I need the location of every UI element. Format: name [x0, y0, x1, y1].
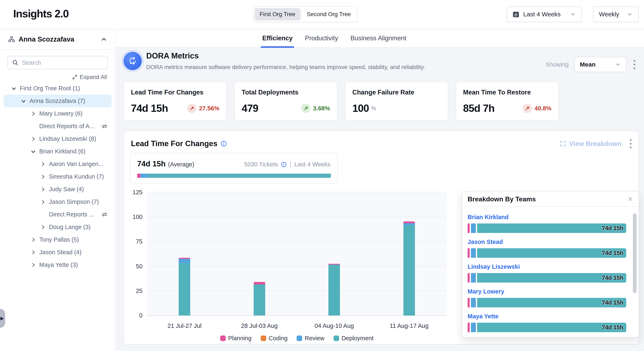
summary-ticket-count: 5030 Tickets: [244, 161, 278, 168]
tree-item[interactable]: Sireesha Kunduri (7): [4, 170, 112, 183]
search-input[interactable]: [22, 59, 103, 66]
granularity-select[interactable]: Weekly: [593, 7, 639, 22]
org-toggle-second[interactable]: Second Org Tree: [302, 8, 356, 21]
breakdown-team-link[interactable]: Mary Lowery: [468, 288, 504, 295]
breakdown-row: Mary Lowery74d 15h: [468, 288, 626, 307]
breakdown-team-link[interactable]: Brian Kirkland: [468, 214, 508, 221]
gridline: [147, 241, 446, 241]
legend-item-deployment[interactable]: Deployment: [334, 335, 374, 342]
metric-cards: Lead Time For Changes74d 15h↗27.56%Total…: [124, 82, 559, 121]
chevron-right-icon[interactable]: [40, 187, 49, 192]
legend-item-review[interactable]: Review: [296, 335, 324, 342]
filter-icon[interactable]: [101, 123, 108, 130]
trend-badge: ↗3.68%: [301, 104, 330, 113]
tree-item[interactable]: Anna Scozzafava (7): [4, 95, 112, 107]
tree-item[interactable]: Direct Reports of A...: [4, 120, 112, 133]
tree-item[interactable]: Judy Saw (4): [4, 183, 112, 196]
sidebar-edge-toggle[interactable]: ▶: [0, 309, 5, 328]
chevron-right-icon[interactable]: [30, 262, 39, 268]
bar-segment-review: [471, 298, 476, 307]
breakdown-scrollbar[interactable]: [633, 213, 636, 317]
scrollbar-thumb[interactable]: [633, 213, 636, 293]
chevron-right-icon[interactable]: [40, 199, 49, 205]
chevron-right-icon[interactable]: [30, 250, 39, 255]
expand-corners-icon: [560, 140, 566, 147]
tree-item-label: Direct Reports ...: [49, 211, 94, 218]
breakdown-team-link[interactable]: Maya Yette: [468, 313, 498, 320]
metric-card: Total Deployments479↗3.68%: [234, 82, 338, 121]
sidebar-collapse-chevron-up-icon[interactable]: [100, 36, 108, 43]
gridline: [147, 192, 446, 192]
tree-item[interactable]: Direct Reports ...: [4, 208, 112, 221]
lead-time-kebab-menu-icon[interactable]: [628, 138, 633, 150]
chevron-right-icon[interactable]: [40, 161, 49, 167]
breakdown-team-link[interactable]: Jason Stead: [468, 239, 503, 245]
chevron-down-icon[interactable]: [11, 86, 20, 91]
tree-item[interactable]: Maya Yette (3): [4, 259, 112, 271]
aggregation-select[interactable]: Mean: [574, 57, 626, 72]
trend-delta-value: 3.68%: [313, 105, 330, 112]
tab-business-alignment[interactable]: Business Alignment: [349, 29, 408, 47]
legend-item-coding[interactable]: Coding: [261, 335, 288, 342]
bar-28 Jul-03 Aug[interactable]: [254, 192, 265, 315]
chevron-right-icon[interactable]: [40, 224, 49, 230]
date-range-select[interactable]: Last 4 Weeks: [507, 7, 582, 22]
trend-delta-value: 27.56%: [199, 105, 219, 112]
bar-segment-deployment: [254, 284, 265, 315]
bar-11 Aug-17 Aug[interactable]: [404, 192, 415, 315]
summary-period: Last 4 Weeks: [294, 161, 330, 168]
x-axis-tick-label: 21 Jul-27 Jul: [168, 322, 202, 329]
bar-04 Aug-10 Aug[interactable]: [328, 192, 340, 315]
chevron-right-icon[interactable]: [30, 136, 39, 142]
chevron-down-icon[interactable]: [21, 98, 30, 104]
bar-segment-deployment: 74d 15h: [477, 323, 626, 332]
org-toggle-first[interactable]: First Org Tree: [255, 8, 300, 21]
chevron-down-icon[interactable]: [30, 149, 39, 154]
bar-segment-review: [471, 273, 476, 283]
bar-21 Jul-27 Jul[interactable]: [179, 192, 190, 315]
legend-item-planning[interactable]: Planning: [220, 335, 252, 342]
chevron-right-icon[interactable]: [40, 174, 49, 179]
filter-icon[interactable]: [101, 211, 108, 218]
y-axis-tick-label: 25: [136, 287, 142, 294]
tree-item[interactable]: Brian Kirkland (6): [4, 145, 112, 158]
tree-item[interactable]: Tony Pallas (5): [4, 233, 112, 246]
chevron-down-icon: [627, 11, 633, 17]
tab-productivity[interactable]: Productivity: [303, 29, 340, 47]
x-axis-tick-label: 28 Jul-03 Aug: [241, 322, 278, 329]
bar-segment-deployment: 74d 15h: [477, 273, 626, 283]
tree-item-label: Sireesha Kunduri (7): [49, 173, 104, 180]
info-icon[interactable]: [281, 161, 287, 168]
chevron-right-icon[interactable]: [30, 111, 39, 116]
info-icon[interactable]: [220, 140, 227, 147]
tree-item[interactable]: First Org Tree Root (1): [4, 82, 112, 95]
dora-kebab-menu-icon[interactable]: [632, 59, 636, 71]
legend-swatch: [220, 335, 226, 341]
tree-item[interactable]: Lindsay Liszewski (8): [4, 133, 112, 145]
summary-phase-bar: [137, 174, 331, 178]
view-breakdown-button[interactable]: View Breakdown: [560, 140, 622, 148]
tree-item[interactable]: Jason Stead (4): [4, 246, 112, 259]
tab-efficiency[interactable]: Efficiency: [261, 29, 294, 47]
legend-label: Review: [305, 335, 324, 342]
trend-badge: ↗27.56%: [187, 104, 219, 113]
chevron-right-icon[interactable]: [30, 237, 39, 242]
breakdown-bar: 74d 15h: [468, 248, 626, 258]
close-icon[interactable]: ✕: [628, 196, 634, 203]
view-breakdown-label: View Breakdown: [569, 140, 622, 148]
bar-segment-planning: [404, 221, 415, 223]
expand-all-button[interactable]: Expand All: [8, 74, 107, 80]
tree-item[interactable]: Mary Lowery (6): [4, 107, 112, 120]
tree-item[interactable]: Jason Simpson (7): [4, 196, 112, 208]
tree-item-label: Aaron Van Langen...: [49, 161, 104, 167]
expand-diagonal-icon: [72, 74, 78, 80]
granularity-value: Weekly: [599, 11, 627, 18]
bar-segment-deployment: [404, 225, 415, 315]
x-axis-tick-label: 11 Aug-17 Aug: [390, 322, 428, 329]
tree-item[interactable]: Doug Lange (3): [4, 221, 112, 233]
org-toggle-divider: [301, 9, 301, 20]
legend-swatch: [261, 335, 266, 341]
summary-separator: |: [290, 161, 292, 168]
breakdown-team-link[interactable]: Lindsay Liszewski: [468, 263, 520, 270]
tree-item[interactable]: Aaron Van Langen...: [4, 158, 112, 170]
